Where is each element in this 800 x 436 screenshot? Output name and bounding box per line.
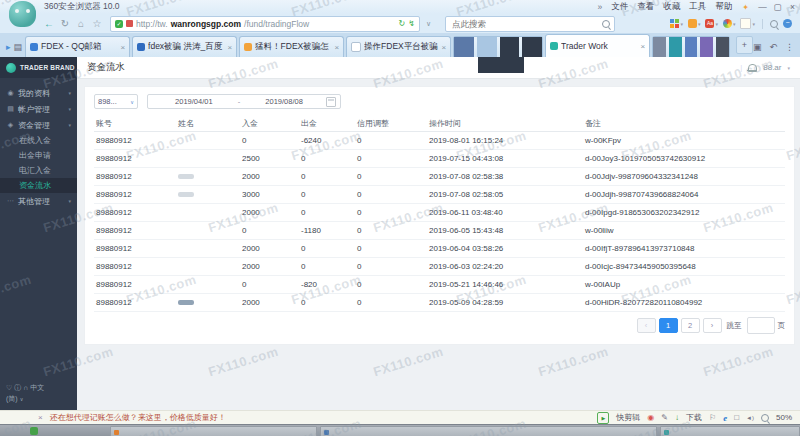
reopen-closed-tab-icon[interactable]: ↶ [769,42,777,52]
bookmark-star-icon[interactable]: ☆ [90,18,104,29]
heart-icon[interactable]: ♡ [6,384,12,391]
minimize-button[interactable]: — [755,2,770,12]
search-input[interactable] [450,18,602,30]
browser-tab[interactable]: 操作FDEX平台被骗× [346,36,451,57]
sidebar-item[interactable]: 在线入金 [0,133,77,148]
zoom-in-icon[interactable] [770,20,778,28]
taskbar-app-icon[interactable] [30,427,38,435]
page-zoom-icon[interactable] [761,414,769,422]
menu-item[interactable]: 工具 [689,1,706,13]
taskbar-button[interactable] [320,426,657,436]
notification-bell-icon[interactable] [748,64,757,72]
apps-grid-icon[interactable]: ▾ [670,19,683,28]
search-box[interactable] [445,16,615,32]
tab-close-icon[interactable]: × [227,43,232,52]
sidebar-group[interactable]: ▤帐户管理▾ [0,101,77,117]
favorites-folder-icon[interactable]: ▾ [688,19,701,28]
censored-tab[interactable] [652,36,730,57]
download-icon[interactable]: ↓ [675,413,679,422]
language-switcher[interactable]: ♡ ⓘ ∩ 中文 (简) ∨ [0,383,77,410]
close-button[interactable]: × [785,2,800,12]
cell-credit: 0 [355,258,427,276]
browser-tab[interactable]: 猛料！FDEX被骗怎× [239,36,344,57]
sidebar-group[interactable]: ◉我的资料▾ [0,85,77,101]
speed-mode-icon[interactable]: ↯ [408,19,415,28]
notes-icon[interactable]: ▾ [740,18,755,29]
next-page-button[interactable]: › [703,318,722,333]
cell-deposit: 0 [240,222,299,240]
notice-text[interactable]: 还在想代理记账怎么做？来这里，价格低质量好！ [50,412,226,423]
info-icon[interactable]: ⓘ [14,384,21,391]
taskbar-button[interactable] [660,426,800,436]
mascot-avatar-icon[interactable] [9,1,36,27]
column-header: 操作时间 [427,116,583,132]
restore-button[interactable]: ▢ [770,2,785,12]
tab-close-icon[interactable]: × [441,43,446,52]
reload-icon[interactable]: ↻ [399,19,406,28]
menu-item[interactable]: 帮助 [715,1,732,13]
page-button[interactable]: 2 [681,318,700,333]
font-tool-icon[interactable]: Aa▾ [705,19,718,28]
prev-page-button[interactable]: ‹ [637,318,656,333]
browser-tab[interactable]: FDEX - QQ邮箱× [25,36,130,57]
taskbar-button[interactable] [110,426,317,436]
search-icon[interactable] [602,20,610,28]
quick-clip-icon[interactable]: ▶ [597,412,609,424]
jump-page-input[interactable] [747,317,775,334]
date-from[interactable]: 2019/04/01 [152,97,236,106]
content-area: 898... ∨ 2019/04/01 - 2019/08/08 账号姓名入金出… [77,79,800,410]
vip-icon[interactable]: ✦ [742,3,749,12]
home-icon[interactable]: ⌂ [74,18,88,29]
page-button[interactable]: 1 [659,318,678,333]
menu-overflow-icon[interactable]: » [598,2,603,12]
sidebar-group[interactable]: ◈资金管理▾ [0,117,77,133]
notice-close-icon[interactable]: × [38,413,43,422]
sidebar-item[interactable]: 电汇入金 [0,163,77,178]
table-row: 898809120-624002019-08-01 16:15:24w-00KF… [94,132,785,150]
menu-item[interactable]: 查看 [637,1,654,13]
sidebar-group[interactable]: ⋯其他管理▾ [0,193,77,209]
session-restore-icon[interactable]: ▸ [6,42,11,52]
download-label[interactable]: 下载 [686,412,702,423]
cell-remark: d-00HiDR-820772820110804992 [583,294,785,312]
menu-item[interactable]: 文件 [611,1,628,13]
brand-logo[interactable]: TRADER BRAND [0,57,77,78]
hotspot-icon[interactable]: ◉ [647,413,654,422]
tab-close-icon[interactable]: × [640,42,645,51]
tab-close-icon[interactable]: × [334,43,339,52]
calendar-icon[interactable] [326,97,336,107]
user-label[interactable]: 88.ar [763,63,781,72]
zoom-level[interactable]: 50% [776,413,792,422]
tab-more-icon[interactable]: ⋮ [785,42,794,52]
site-safety-shield-icon[interactable]: ✓ [115,20,123,28]
menu-item[interactable]: 收藏 [663,1,680,13]
adblock-icon[interactable]: − [783,19,792,28]
refresh-icon[interactable]: ↻ [58,18,72,29]
url-dropdown-icon[interactable]: ∨ [422,20,435,28]
sidebar-item[interactable]: 资金流水 [0,178,77,193]
feedback-flag-icon[interactable]: ⚐ [709,413,716,422]
new-tab-button[interactable]: + [736,36,753,54]
tab-close-icon[interactable]: × [120,43,125,52]
reading-list-icon[interactable]: ▤ [14,42,23,52]
browser-tab[interactable]: fdex被骗 洪涛_百度× [132,36,237,57]
browser-tab[interactable]: Trader Work× [545,34,650,57]
speaker-icon[interactable]: ◄) [746,415,754,421]
date-to[interactable]: 2019/08/08 [242,97,326,106]
ie-compat-icon[interactable]: e [723,413,727,423]
address-bar[interactable]: ✓ http://tw.wanrongsgp.com/fund/tradingF… [110,16,420,32]
user-caret-icon[interactable]: ▾ [787,65,790,71]
back-icon[interactable]: ← [42,18,56,29]
cell-remark: w-00KFpv [583,132,785,150]
games-ball-icon[interactable]: ▾ [723,19,736,28]
window-mode-icon[interactable]: □ [734,413,739,422]
quick-clip-label[interactable]: 快剪辑 [616,412,640,423]
tab-list-icon[interactable]: ▣ [753,42,762,52]
pin-icon[interactable]: ✎ [661,413,668,422]
date-range-picker[interactable]: 2019/04/01 - 2019/08/08 [147,94,341,109]
sidebar-item[interactable]: 出金申请 [0,148,77,163]
censored-tab[interactable] [453,36,543,57]
headset-icon[interactable]: ∩ [23,384,28,391]
censor-block [477,37,497,57]
account-select[interactable]: 898... ∨ [94,94,138,109]
